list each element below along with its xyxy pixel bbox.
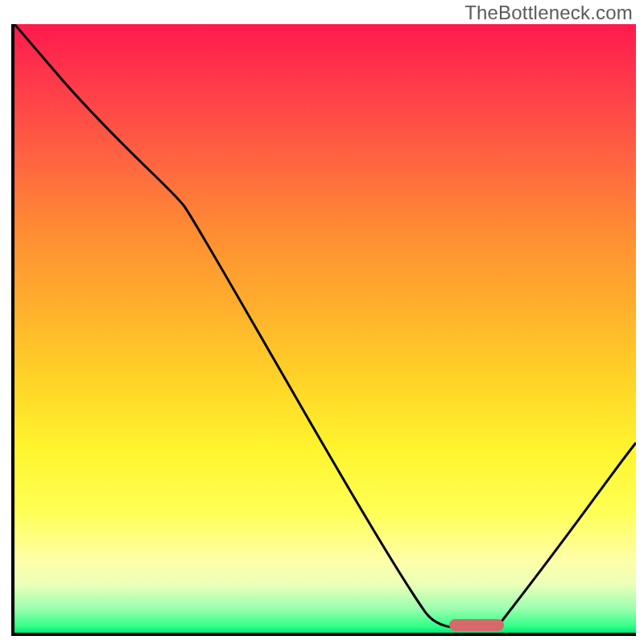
curve-path — [14, 24, 636, 628]
watermark-text: TheBottleneck.com — [464, 2, 633, 24]
optimal-marker — [449, 619, 504, 631]
chart-container: TheBottleneck.com — [0, 0, 644, 644]
plot-area — [11, 24, 636, 636]
bottleneck-curve — [14, 24, 636, 633]
